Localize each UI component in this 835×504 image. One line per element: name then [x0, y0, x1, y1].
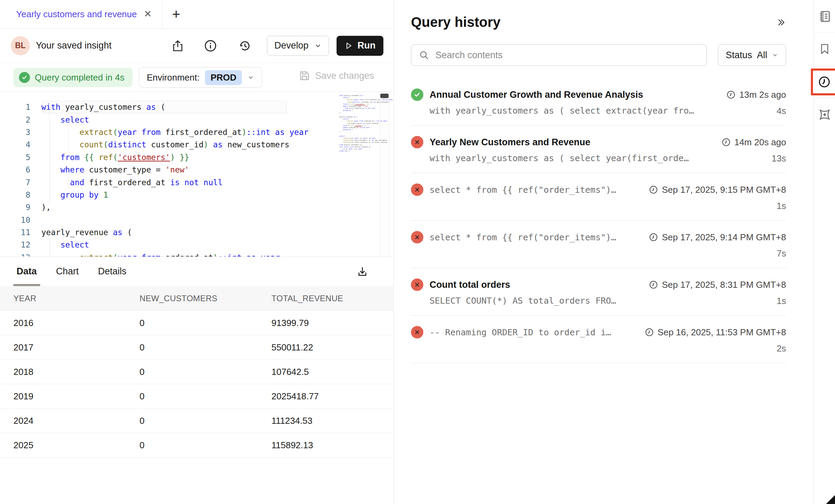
table-row[interactable]: 20180107642.5	[0, 360, 393, 384]
table-cell: 2025418.77	[271, 391, 393, 402]
table-row[interactable]: 20170550011.22	[0, 335, 393, 360]
item-timestamp: 13m 2s ago	[726, 90, 786, 100]
code-line-6[interactable]: 6 where customer_type = 'new'	[0, 164, 393, 176]
table-cell: 550011.22	[271, 342, 393, 353]
close-tab-icon[interactable]: ✕	[144, 9, 152, 19]
save-changes-button[interactable]: Save changes	[299, 70, 374, 82]
status-filter-dropdown[interactable]: Status All	[718, 44, 786, 66]
query-history-item[interactable]: Annual Customer Growth and Revenue Analy…	[411, 78, 786, 126]
code-line-12[interactable]: 12 select	[0, 239, 393, 251]
search-input[interactable]	[435, 50, 699, 61]
results-tabs: DataChartDetails	[0, 256, 393, 286]
query-status-badge: Query completed in 4s	[13, 68, 133, 87]
table-cell: 2016	[13, 318, 140, 328]
table-cell: 0	[140, 440, 271, 451]
code-text: group by 1	[41, 190, 108, 199]
code-text: with yearly_customers as (	[41, 103, 165, 112]
error-x-icon	[411, 231, 423, 243]
table-cell: 107642.5	[271, 367, 393, 377]
avatar: BL	[11, 36, 30, 55]
download-icon[interactable]	[355, 264, 370, 280]
code-line-1[interactable]: 1with yearly_customers as (	[0, 101, 393, 113]
run-button[interactable]: Run	[337, 36, 383, 56]
scrollbar-thumb[interactable]	[380, 94, 389, 98]
info-icon[interactable]	[203, 38, 218, 53]
item-title: Count total orders	[430, 280, 642, 290]
play-icon	[344, 42, 353, 50]
code-text: extract(year from first_ordered_at)::int…	[41, 128, 309, 137]
history-clock-icon[interactable]	[814, 65, 835, 98]
minimap[interactable]: with yearly_customers as ( select extrac…	[339, 95, 378, 152]
table-cell: 2025	[13, 440, 140, 451]
develop-button[interactable]: Develop	[267, 36, 329, 56]
tab-yearly-customers-and-revenue[interactable]: Yearly customers and revenue ✕	[0, 0, 163, 28]
dbt-logo-icon[interactable]	[814, 98, 835, 131]
environment-selector[interactable]: Environment: PROD	[139, 67, 262, 88]
error-x-icon	[411, 136, 423, 148]
resize-corner[interactable]	[826, 495, 835, 504]
table-cell: 0	[140, 367, 271, 377]
query-history-item[interactable]: select * from {{ ref("order_items")…Sep …	[411, 173, 786, 221]
table-row[interactable]: 2016091399.79	[0, 311, 393, 335]
line-number: 12	[0, 240, 41, 249]
item-duration: 2s	[777, 343, 786, 354]
results-tab-details[interactable]: Details	[98, 257, 127, 286]
table-row[interactable]: 201902025418.77	[0, 384, 393, 409]
item-duration: 7s	[777, 248, 786, 259]
sql-editor[interactable]: 1with yearly_customers as (2 select3 ext…	[0, 92, 393, 256]
code-text: select	[41, 240, 89, 249]
version-history-icon[interactable]	[237, 38, 252, 53]
item-duration: 13s	[772, 153, 786, 164]
code-line-11[interactable]: 11yearly_revenue as (	[0, 226, 393, 239]
code-line-3[interactable]: 3 extract(year from first_ordered_at)::i…	[0, 126, 393, 138]
code-text: and first_ordered_at is not null	[41, 178, 223, 187]
status-filter-label: Status	[726, 50, 752, 61]
query-history-item[interactable]: Count total ordersSep 17, 2025, 8:31 PM …	[411, 268, 786, 316]
code-line-4[interactable]: 4 count(distinct customer_id) as new_cus…	[0, 138, 393, 151]
code-text: extract(year from ordered_at)::int as ye…	[41, 253, 285, 256]
results-tab-data[interactable]: Data	[17, 257, 37, 286]
item-query-preview: select * from {{ ref("order_items")…	[430, 232, 642, 242]
item-query-preview: with yearly_customers as ( select extrac…	[430, 106, 770, 116]
query-history-item[interactable]: -- Renaming ORDER_ID to order_id i…Sep 1…	[411, 316, 786, 363]
table-cell: 2024	[13, 416, 140, 426]
table-row[interactable]: 20250115892.13	[0, 433, 393, 458]
item-query-preview: SELECT COUNT(*) AS total_orders FRO…	[430, 296, 770, 306]
code-line-8[interactable]: 8 group by 1	[0, 189, 393, 201]
search-box[interactable]	[411, 44, 707, 66]
table-cell: 0	[140, 318, 271, 328]
editor-panel: Yearly customers and revenue ✕ + BL Your…	[0, 0, 393, 504]
code-line-13[interactable]: 13 extract(year from ordered_at)::int as…	[0, 251, 393, 256]
notebook-icon[interactable]	[814, 0, 835, 33]
code-line-10[interactable]: 10	[0, 214, 393, 226]
item-title: Annual Customer Growth and Revenue Analy…	[430, 90, 720, 100]
item-timestamp: 14m 20s ago	[721, 137, 786, 148]
query-history-item[interactable]: Yearly New Customers and Revenue14m 20s …	[411, 126, 786, 173]
bookmark-icon[interactable]	[814, 33, 835, 65]
app-window: Yearly customers and revenue ✕ + BL Your…	[0, 0, 835, 504]
error-x-icon	[411, 326, 423, 338]
code-line-9[interactable]: 9),	[0, 201, 393, 213]
develop-label: Develop	[274, 40, 308, 51]
code-line-2[interactable]: 2 select	[0, 113, 393, 126]
code-line-7[interactable]: 7 and first_ordered_at is not null	[0, 176, 393, 188]
table-row[interactable]: 20240111234.53	[0, 409, 393, 433]
line-number: 8	[0, 190, 41, 199]
share-icon[interactable]	[170, 38, 185, 53]
collapse-panel-icon[interactable]	[776, 17, 786, 28]
query-history-item[interactable]: select * from {{ ref("order_items")…Sep …	[411, 221, 786, 268]
item-duration: 4s	[777, 106, 786, 116]
check-circle-icon	[19, 72, 30, 83]
results-tab-chart[interactable]: Chart	[56, 257, 79, 286]
item-query-preview: select * from {{ ref("order_items")…	[430, 185, 642, 195]
new-tab-button[interactable]: +	[172, 7, 180, 21]
environment-label: Environment:	[147, 72, 199, 83]
clock-icon	[649, 232, 658, 242]
line-number: 10	[0, 216, 41, 224]
editor-scrollbar[interactable]	[380, 92, 389, 256]
table-cell: 0	[140, 391, 271, 402]
code-line-5[interactable]: 5 from {{ ref('customers') }}	[0, 151, 393, 164]
results-table-header: YEARNEW_CUSTOMERSTOTAL_REVENUE	[0, 286, 393, 311]
chevron-down-icon	[247, 74, 254, 81]
save-changes-label: Save changes	[315, 71, 374, 81]
